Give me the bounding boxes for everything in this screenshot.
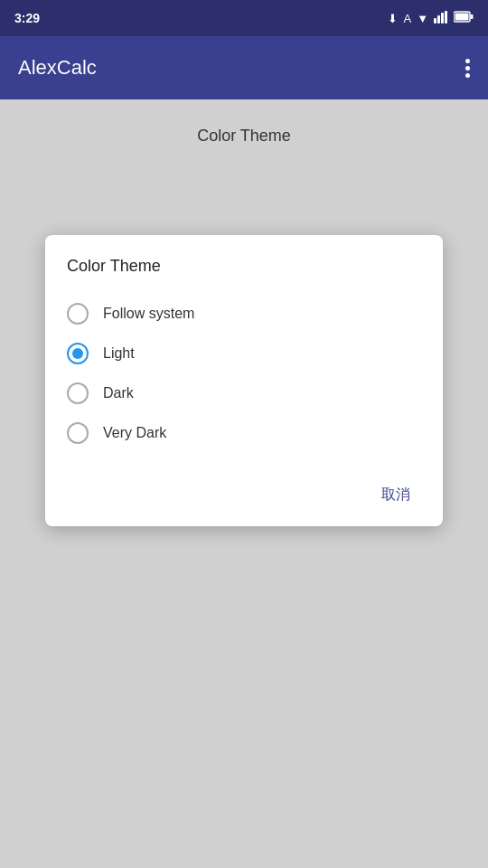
dialog-actions: 取消 <box>67 471 421 512</box>
radio-very-dark[interactable] <box>67 422 89 444</box>
wifi-icon: ▼ <box>417 12 428 25</box>
a-icon: A <box>403 12 411 25</box>
option-very-dark-label: Very Dark <box>103 425 166 441</box>
option-light[interactable]: Light <box>67 334 421 373</box>
menu-button[interactable] <box>465 59 470 78</box>
option-very-dark[interactable]: Very Dark <box>67 413 421 453</box>
app-bar: AlexCalc <box>0 36 488 99</box>
main-content: Color Theme Color Theme Follow system Li… <box>0 99 488 868</box>
app-title: AlexCalc <box>18 56 97 80</box>
radio-follow-system[interactable] <box>67 303 89 325</box>
svg-rect-1 <box>437 15 440 24</box>
cancel-button[interactable]: 取消 <box>371 478 421 512</box>
svg-rect-2 <box>441 13 444 24</box>
status-icons: ⬇ A ▼ <box>388 11 474 26</box>
signal-icon <box>434 11 448 26</box>
radio-light[interactable] <box>67 343 89 364</box>
menu-dot-1 <box>465 59 470 63</box>
color-theme-dialog: Color Theme Follow system Light Dark <box>45 235 443 526</box>
download-icon: ⬇ <box>388 12 398 25</box>
dialog-overlay: Color Theme Follow system Light Dark <box>0 99 488 868</box>
svg-rect-6 <box>455 14 469 21</box>
svg-rect-0 <box>434 18 436 24</box>
status-time: 3:29 <box>14 11 40 25</box>
menu-dot-2 <box>465 66 470 71</box>
radio-light-inner <box>72 348 83 359</box>
status-bar: 3:29 ⬇ A ▼ <box>0 0 488 36</box>
option-follow-system-label: Follow system <box>103 306 194 322</box>
battery-icon <box>454 11 474 25</box>
svg-rect-3 <box>445 11 447 24</box>
dialog-title: Color Theme <box>67 257 421 276</box>
menu-dot-3 <box>465 73 470 78</box>
option-dark[interactable]: Dark <box>67 373 421 413</box>
svg-rect-5 <box>471 14 474 19</box>
option-dark-label: Dark <box>103 385 134 401</box>
radio-dark[interactable] <box>67 382 89 404</box>
option-light-label: Light <box>103 345 135 362</box>
option-follow-system[interactable]: Follow system <box>67 294 421 334</box>
